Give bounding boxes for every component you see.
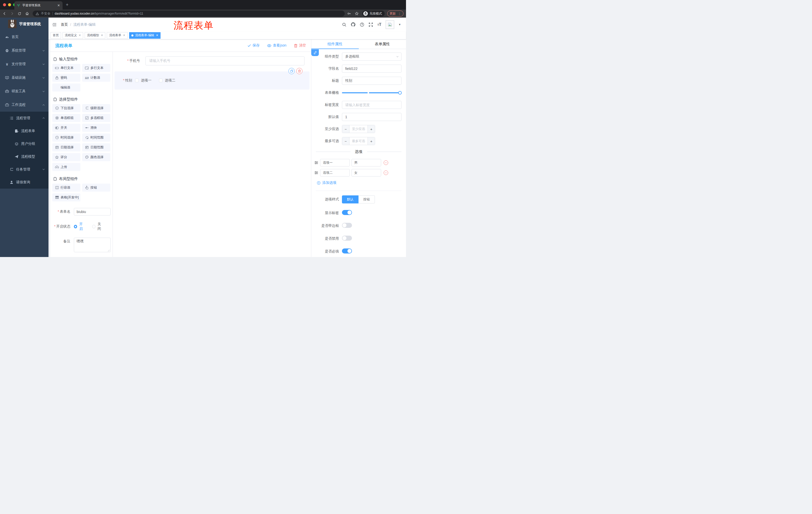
tag-close-icon[interactable]: ✕ <box>79 34 81 37</box>
font-size-icon[interactable]: TT <box>377 22 381 27</box>
field-name-input[interactable] <box>342 64 402 73</box>
title-input[interactable] <box>342 77 402 85</box>
fullscreen-icon[interactable] <box>369 22 373 27</box>
selected-widget-gender[interactable]: *性别 选项一 选项二 <box>115 72 310 89</box>
component-time-picker[interactable]: 时间选择 <box>52 134 80 141</box>
drag-handle-icon[interactable] <box>314 161 318 165</box>
sidebar-item-process-mgmt[interactable]: 流程管理 <box>0 112 49 125</box>
option-1-value-input[interactable] <box>351 159 381 166</box>
search-icon[interactable] <box>342 22 346 27</box>
canvas-field-phone[interactable]: *手机号 请输入手机号 <box>113 56 311 65</box>
increase-button[interactable]: + <box>368 125 375 133</box>
component-editor[interactable]: 编辑器 <box>52 83 80 91</box>
sidebar-item-devtools[interactable]: 研发工具 <box>0 84 49 98</box>
increase-button[interactable]: + <box>368 137 375 145</box>
slider-handle[interactable] <box>398 91 402 94</box>
status-radio-on[interactable]: 开启 <box>74 222 86 231</box>
decrease-button[interactable]: − <box>342 137 349 145</box>
gender-option-1-checkbox[interactable]: 选项一 <box>135 78 151 83</box>
component-radio-group[interactable]: 单选框组 <box>52 114 80 122</box>
tag-process-form[interactable]: 流程表单✕ <box>107 32 127 39</box>
close-window-button[interactable] <box>3 3 6 6</box>
sidebar-item-home[interactable]: 首页 <box>0 30 49 44</box>
link-tag-button[interactable] <box>311 49 319 56</box>
component-multi-line-text[interactable]: 多行文本 <box>82 64 110 72</box>
component-color-picker[interactable]: 颜色选择 <box>82 153 110 161</box>
required-toggle[interactable] <box>342 248 352 253</box>
form-name-input[interactable] <box>74 208 111 216</box>
option-1-label-input[interactable] <box>320 159 350 166</box>
drag-handle-icon[interactable] <box>314 171 318 175</box>
max-select-stepper[interactable]: − 最多可选 + <box>342 137 375 145</box>
status-radio-off[interactable]: 关闭 <box>92 222 104 231</box>
style-button-button[interactable]: 按钮 <box>358 195 375 204</box>
component-date-range[interactable]: 日期范围 <box>82 143 110 152</box>
tab-form-props[interactable]: 表单属性 <box>359 39 406 49</box>
show-label-toggle[interactable] <box>342 210 352 215</box>
security-label[interactable]: 不安全 <box>41 11 51 16</box>
avatar-caret-icon[interactable]: ▼ <box>399 23 401 26</box>
url-text[interactable]: dashboard.yudao.iocoder.cn/bpm/manager/f… <box>55 12 143 15</box>
sidebar-item-user-group[interactable]: 用户分组 <box>0 137 49 150</box>
sidebar-item-infra[interactable]: 基础设施 <box>0 71 49 84</box>
component-password[interactable]: 密码 <box>52 74 80 82</box>
password-key-icon[interactable] <box>347 11 352 16</box>
bookmark-star-icon[interactable] <box>355 11 360 16</box>
component-time-range[interactable]: 时间范围 <box>82 134 110 141</box>
component-table[interactable]: 表格[开发中] <box>52 193 80 201</box>
forward-icon[interactable] <box>10 11 15 16</box>
component-cascader[interactable]: 级联选择 <box>82 104 110 112</box>
component-upload[interactable]: 上传 <box>52 163 80 171</box>
phone-input[interactable]: 请输入手机号 <box>145 56 304 65</box>
sidebar-item-workflow[interactable]: 工作流程 <box>0 98 49 112</box>
sidebar-item-process-model[interactable]: 流程模型 <box>0 150 49 163</box>
tag-process-model[interactable]: 流程模型✕ <box>85 32 105 39</box>
resize-grip-icon[interactable] <box>108 249 110 252</box>
sidebar-item-leave-query[interactable]: 请假查询 <box>0 176 49 189</box>
component-checkbox-group[interactable]: 多选框组 <box>82 114 110 122</box>
component-date-picker[interactable]: 日期选择 <box>52 143 80 152</box>
component-select[interactable]: 下拉选择 <box>52 104 80 112</box>
max-select-placeholder[interactable]: 最多可选 <box>349 137 368 145</box>
address-bar[interactable]: 不安全 dashboard.yudao.iocoder.cn/bpm/manag… <box>33 10 345 17</box>
sidebar-item-process-form[interactable]: 流程表单 <box>0 125 49 137</box>
tag-process-form-edit[interactable]: 流程表单-编辑✕ <box>129 32 161 39</box>
view-json-button[interactable]: 查看json <box>267 43 286 48</box>
collapse-sidebar-icon[interactable] <box>52 22 57 27</box>
component-slider[interactable]: 滑块 <box>82 124 110 132</box>
form-canvas[interactable]: *手机号 请输入手机号 <box>113 52 311 257</box>
min-select-stepper[interactable]: − 至少应选 + <box>342 125 375 133</box>
minimize-window-button[interactable] <box>8 3 11 6</box>
component-type-select[interactable]: 多选框组 <box>342 53 402 61</box>
default-value-input[interactable] <box>342 113 402 121</box>
tab-component-props[interactable]: 组件属性 <box>311 39 359 49</box>
checkbox-box[interactable] <box>159 79 163 82</box>
clear-button[interactable]: 清空 <box>294 43 306 48</box>
remove-option-button[interactable]: − <box>384 160 388 165</box>
home-icon[interactable] <box>25 11 30 16</box>
tag-close-icon[interactable]: ✕ <box>123 34 125 37</box>
avatar[interactable] <box>386 20 394 29</box>
label-width-input[interactable] <box>342 101 402 109</box>
component-rate[interactable]: 评分 <box>52 153 80 161</box>
component-row-container[interactable]: 行容器 <box>52 184 80 192</box>
back-icon[interactable] <box>2 11 7 16</box>
github-icon[interactable] <box>351 22 355 27</box>
help-icon[interactable] <box>360 22 364 27</box>
style-default-button[interactable]: 默认 <box>342 195 358 204</box>
option-2-value-input[interactable] <box>351 169 381 177</box>
component-single-line-text[interactable]: 单行文本 <box>52 64 80 72</box>
disabled-toggle[interactable] <box>342 236 352 241</box>
security-warning-icon[interactable] <box>36 12 39 15</box>
component-button[interactable]: 按钮 <box>82 184 110 192</box>
sidebar-item-system[interactable]: 系统管理 <box>0 44 49 57</box>
tag-close-icon[interactable]: ✕ <box>101 34 103 37</box>
min-select-placeholder[interactable]: 至少应选 <box>349 125 368 133</box>
tag-process-definition[interactable]: 流程定义✕ <box>63 32 83 39</box>
browser-update-button[interactable]: 更新 ⋮ <box>387 10 404 17</box>
reload-icon[interactable] <box>18 12 23 16</box>
form-remark-textarea[interactable]: 嘿嘿 <box>74 238 111 252</box>
remove-option-button[interactable]: − <box>384 170 388 175</box>
sidebar-item-payment[interactable]: ¥ 支付管理 <box>0 57 49 71</box>
component-counter[interactable]: 123计数器 <box>82 74 110 82</box>
